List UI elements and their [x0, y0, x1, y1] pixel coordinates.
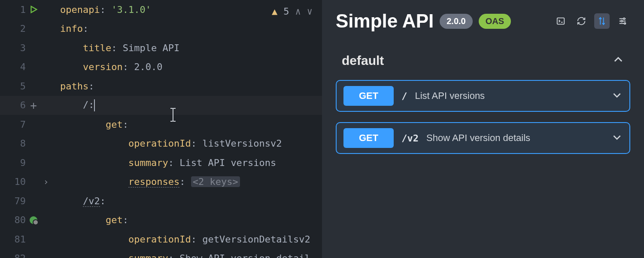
code-text[interactable]: title: Simple API — [60, 43, 179, 53]
line-number: 9 — [0, 157, 26, 168]
line-number: 5 — [0, 81, 26, 92]
code-text[interactable]: paths: — [60, 81, 94, 92]
code-text[interactable]: responses: <2 keys> — [60, 176, 240, 187]
line-number: 10 — [0, 176, 26, 187]
line-number: 81 — [0, 234, 26, 245]
line-number: 4 — [0, 61, 26, 72]
sync-scroll-icon[interactable] — [594, 13, 610, 29]
operation-summary: List API versions — [415, 90, 485, 101]
api-badges: 2.0.0 — [440, 14, 472, 29]
warning-icon: ▲ — [272, 6, 277, 17]
code-line[interactable]: 80 get: — [0, 211, 322, 230]
api-preview-pane: Simple API 2.0.0 OAS 3.1 — [322, 0, 644, 258]
api-title: Simple API — [336, 10, 434, 32]
http-method-badge: GET — [343, 128, 394, 148]
code-line[interactable]: 6+ /: — [0, 96, 322, 115]
code-text[interactable]: /v2: — [60, 196, 106, 206]
gutter-marker-icon[interactable] — [26, 216, 41, 224]
code-line[interactable]: 81 operationId: getVersionDetailsv2 — [0, 230, 322, 249]
code-line[interactable]: 4 version: 2.0.0 — [0, 58, 322, 77]
editor-status-bar: ▲ 5 ∧ ∨ — [272, 6, 313, 17]
operation-row[interactable]: GET/List API versions — [336, 80, 630, 112]
chevron-up-icon[interactable] — [612, 54, 624, 68]
code-text[interactable]: get: — [60, 215, 128, 225]
svg-point-2 — [621, 20, 623, 22]
code-line[interactable]: 5paths: — [0, 77, 322, 96]
code-line[interactable]: 9 summary: List API versions — [0, 153, 322, 172]
line-number: 1 — [0, 4, 26, 15]
prev-problem-icon[interactable]: ∧ — [295, 6, 301, 17]
code-text[interactable]: get: — [60, 119, 128, 130]
code-text[interactable]: /: — [60, 99, 95, 111]
svg-rect-0 — [557, 18, 565, 25]
line-number: 6 — [0, 100, 26, 111]
line-number: 80 — [0, 215, 26, 225]
chevron-down-icon[interactable] — [611, 132, 623, 145]
refresh-icon[interactable] — [574, 13, 589, 29]
text-cursor-icon — [169, 108, 177, 124]
tag-name: default — [342, 53, 384, 68]
line-number: 7 — [0, 119, 26, 130]
http-method-badge: GET — [343, 86, 394, 106]
code-text[interactable]: version: 2.0.0 — [60, 61, 162, 72]
chevron-down-icon[interactable] — [611, 89, 623, 103]
line-number: 82 — [0, 253, 26, 258]
tag-section-header[interactable]: default — [336, 50, 630, 76]
svg-point-1 — [623, 18, 625, 20]
fold-icon[interactable]: › — [41, 176, 51, 187]
console-icon[interactable] — [553, 13, 568, 29]
warning-count: 5 — [283, 6, 289, 17]
code-text[interactable]: operationId: listVersionsv2 — [60, 138, 282, 149]
operation-path: /v2 — [401, 133, 419, 144]
code-line[interactable]: 82 summary: Show API version detail — [0, 249, 322, 258]
run-icon[interactable] — [26, 5, 41, 14]
line-number: 8 — [0, 138, 26, 149]
operation-row[interactable]: GET/v2Show API version details — [336, 122, 630, 154]
oas-badge: OAS — [479, 14, 511, 29]
code-line[interactable]: 8 operationId: listVersionsv2 — [0, 134, 322, 154]
line-number: 2 — [0, 23, 26, 34]
settings-icon[interactable] — [615, 13, 630, 29]
code-text[interactable]: summary: List API versions — [60, 157, 276, 168]
code-text[interactable]: operationId: getVersionDetailsv2 — [60, 234, 310, 245]
line-number: 79 — [0, 196, 26, 206]
version-badge: 2.0.0 — [440, 14, 472, 29]
code-editor[interactable]: ▲ 5 ∧ ∨ 1openapi: '3.1.0'2info:3 title: … — [0, 0, 322, 258]
code-text[interactable]: summary: Show API version detail — [60, 253, 310, 258]
code-line[interactable]: 3 title: Simple API — [0, 38, 322, 58]
code-line[interactable]: 10› responses: <2 keys> — [0, 172, 322, 192]
code-line[interactable]: 7 get: — [0, 115, 322, 134]
preview-toolbar — [553, 13, 630, 29]
operation-path: / — [401, 91, 407, 101]
operation-summary: Show API version details — [426, 132, 530, 144]
code-text[interactable]: info: — [60, 23, 88, 34]
add-icon[interactable]: + — [26, 99, 41, 112]
code-line[interactable]: 79 /v2: — [0, 191, 322, 211]
code-line[interactable]: 2info: — [0, 19, 322, 39]
line-number: 3 — [0, 43, 26, 53]
next-problem-icon[interactable]: ∨ — [307, 6, 313, 17]
code-text[interactable]: openapi: '3.1.0' — [60, 4, 151, 15]
